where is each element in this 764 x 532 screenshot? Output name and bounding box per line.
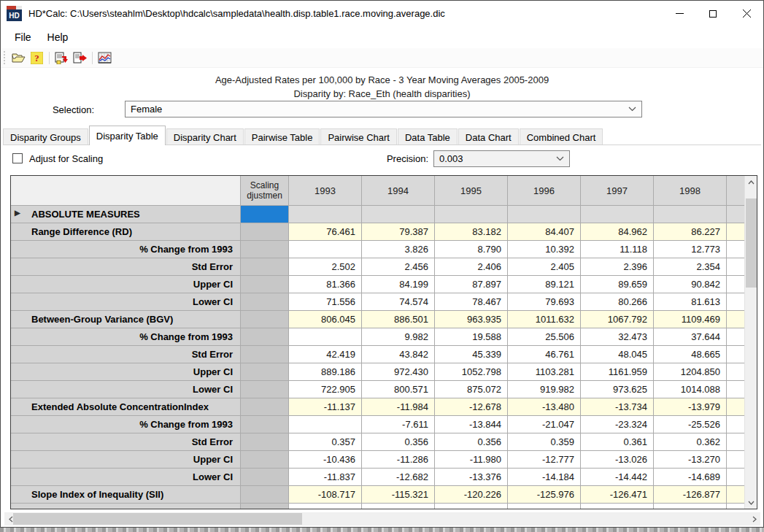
- scaling-cell[interactable]: [241, 276, 289, 293]
- value-cell[interactable]: -11.980: [435, 451, 508, 468]
- value-cell[interactable]: 32.473: [581, 328, 654, 345]
- value-cell[interactable]: -21.047: [508, 416, 581, 433]
- value-cell[interactable]: [654, 206, 727, 223]
- minimize-button[interactable]: [663, 1, 696, 26]
- value-cell[interactable]: 79.387: [362, 223, 435, 240]
- help-button[interactable]: ?: [28, 50, 46, 66]
- scaling-cell[interactable]: [241, 311, 289, 328]
- value-cell[interactable]: 1011.632: [508, 311, 581, 328]
- menu-help[interactable]: Help: [39, 28, 77, 46]
- export-report-button[interactable]: [53, 50, 71, 66]
- value-cell[interactable]: 84.407: [508, 223, 581, 240]
- scroll-down-button[interactable]: [745, 496, 757, 509]
- value-cell[interactable]: -11.286: [362, 451, 435, 468]
- value-cell[interactable]: 1014.088: [654, 381, 727, 398]
- value-cell[interactable]: 886.501: [362, 311, 435, 328]
- value-cell[interactable]: 12.773: [654, 241, 727, 258]
- value-cell[interactable]: 0.356: [435, 433, 508, 450]
- value-cell[interactable]: -12.678: [435, 398, 508, 415]
- scaling-cell[interactable]: [241, 328, 289, 345]
- value-cell[interactable]: -13.979: [654, 398, 727, 415]
- scaling-cell-selected[interactable]: [241, 206, 289, 223]
- value-cell[interactable]: -12.777: [508, 451, 581, 468]
- row-label-cell[interactable]: Upper CI: [11, 363, 241, 380]
- value-cell[interactable]: 6.075: [362, 504, 435, 509]
- value-cell[interactable]: -108.717: [289, 486, 362, 503]
- value-cell[interactable]: 722.905: [289, 381, 362, 398]
- tab-disparity-chart[interactable]: Disparity Chart: [166, 128, 244, 145]
- scaling-cell[interactable]: [241, 398, 289, 415]
- value-cell[interactable]: 42.419: [289, 346, 362, 363]
- open-file-button[interactable]: [9, 50, 28, 66]
- row-label-cell[interactable]: Lower CI: [11, 381, 241, 398]
- value-cell[interactable]: 0.362: [654, 433, 727, 450]
- value-cell[interactable]: -125.976: [508, 486, 581, 503]
- value-cell[interactable]: 2.354: [654, 258, 727, 275]
- value-cell[interactable]: 1103.281: [508, 363, 581, 380]
- value-cell[interactable]: -11.837: [289, 469, 362, 485]
- scaling-cell[interactable]: [241, 258, 289, 275]
- value-cell[interactable]: 84.199: [362, 276, 435, 293]
- value-cell[interactable]: 2.502: [289, 258, 362, 275]
- chart-button[interactable]: [96, 50, 114, 66]
- value-cell[interactable]: 71.556: [289, 293, 362, 310]
- value-cell[interactable]: 81.366: [289, 276, 362, 293]
- value-cell[interactable]: 80.266: [581, 293, 654, 310]
- value-cell[interactable]: [289, 241, 362, 258]
- value-cell[interactable]: 87.897: [435, 276, 508, 293]
- vertical-scrollbar-thumb[interactable]: [746, 198, 757, 288]
- value-cell[interactable]: -14.442: [581, 469, 654, 485]
- value-cell[interactable]: -13.734: [581, 398, 654, 415]
- scaling-cell[interactable]: [241, 346, 289, 363]
- value-cell[interactable]: 19.588: [435, 328, 508, 345]
- value-cell[interactable]: 3.826: [362, 241, 435, 258]
- row-label-cell[interactable]: Upper CI: [11, 276, 241, 293]
- value-cell[interactable]: -11.984: [362, 398, 435, 415]
- row-label-cell[interactable]: % Change from 1993: [11, 504, 241, 509]
- adjust-for-scaling-checkbox[interactable]: [12, 153, 23, 163]
- row-label-cell[interactable]: Std Error: [11, 258, 241, 275]
- value-cell[interactable]: 25.506: [508, 328, 581, 345]
- row-label-cell[interactable]: % Change from 1993: [11, 328, 241, 345]
- row-label-cell[interactable]: Range Difference (RD): [11, 223, 241, 240]
- value-cell[interactable]: 973.625: [581, 381, 654, 398]
- row-label-cell[interactable]: Std Error: [11, 433, 241, 450]
- value-cell[interactable]: 46.761: [508, 346, 581, 363]
- value-cell[interactable]: 800.571: [362, 381, 435, 398]
- value-cell[interactable]: -120.226: [435, 486, 508, 503]
- value-cell[interactable]: [289, 206, 362, 223]
- tab-pairwise-table[interactable]: Pairwise Table: [244, 128, 320, 145]
- value-cell[interactable]: 889.186: [289, 363, 362, 380]
- value-cell[interactable]: 48.665: [654, 346, 727, 363]
- value-cell[interactable]: 8.790: [435, 241, 508, 258]
- scaling-cell[interactable]: [241, 469, 289, 485]
- value-cell[interactable]: 90.842: [654, 276, 727, 293]
- value-cell[interactable]: 919.982: [508, 381, 581, 398]
- scroll-right-button[interactable]: [748, 512, 760, 525]
- value-cell[interactable]: -13.026: [581, 451, 654, 468]
- value-cell[interactable]: 37.644: [654, 328, 727, 345]
- value-cell[interactable]: 2.406: [435, 258, 508, 275]
- close-button[interactable]: [730, 1, 763, 26]
- value-cell[interactable]: -13.270: [654, 451, 727, 468]
- scaling-cell[interactable]: [241, 241, 289, 258]
- value-cell[interactable]: [581, 206, 654, 223]
- value-cell[interactable]: 79.693: [508, 293, 581, 310]
- value-cell[interactable]: 875.072: [435, 381, 508, 398]
- row-label-cell[interactable]: Between-Group Variance (BGV): [11, 311, 241, 328]
- value-cell[interactable]: -13.844: [435, 416, 508, 433]
- value-cell[interactable]: 2.396: [581, 258, 654, 275]
- value-cell[interactable]: 10.392: [508, 241, 581, 258]
- value-cell[interactable]: -11.137: [289, 398, 362, 415]
- row-label-cell[interactable]: Lower CI: [11, 293, 241, 310]
- scaling-cell[interactable]: [241, 486, 289, 503]
- expand-arrow-icon[interactable]: ▶: [15, 209, 20, 217]
- value-cell[interactable]: -126.877: [654, 486, 727, 503]
- value-cell[interactable]: 15.875: [508, 504, 581, 509]
- value-cell[interactable]: 0.359: [508, 433, 581, 450]
- selection-dropdown[interactable]: Female: [125, 101, 642, 117]
- tab-disparity-table[interactable]: Disparity Table: [89, 126, 166, 145]
- value-cell[interactable]: -7.611: [362, 416, 435, 433]
- value-cell[interactable]: -23.324: [581, 416, 654, 433]
- value-cell[interactable]: -13.376: [435, 469, 508, 485]
